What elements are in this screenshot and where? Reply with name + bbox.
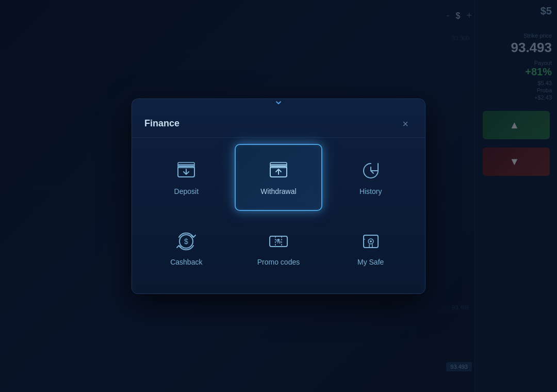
finance-menu-withdrawal[interactable]: Withdrawal [235,144,323,211]
finance-modal: ⌄ Finance × Deposit [132,99,425,294]
svg-rect-17 [178,162,194,166]
withdrawal-icon [267,159,290,182]
finance-menu-promo[interactable]: % Promo codes [235,215,323,281]
finance-menu-cashback[interactable]: $ Cashback [142,215,231,281]
my-safe-label: My Safe [357,258,384,266]
svg-text:$: $ [184,237,188,246]
deposit-icon [175,159,198,182]
modal-backdrop: ⌄ Finance × Deposit [0,0,557,392]
promo-codes-label: Promo codes [257,258,300,266]
finance-menu-history[interactable]: History [326,144,415,211]
svg-point-30 [370,240,372,242]
chevron-down-icon: ⌄ [273,93,284,107]
cashback-label: Cashback [170,258,202,266]
cashback-icon: $ [175,230,198,253]
finance-menu-safe[interactable]: My Safe [326,215,415,281]
svg-point-27 [277,239,280,241]
my-safe-icon [359,230,382,253]
finance-menu-deposit[interactable]: Deposit [142,144,231,211]
history-icon [359,159,382,182]
modal-title: Finance [144,118,179,129]
deposit-label: Deposit [174,187,199,195]
modal-close-button[interactable]: × [398,117,413,131]
modal-header: Finance × [132,107,425,138]
finance-menu-grid: Deposit Withdrawal History [132,138,425,283]
withdrawal-label: Withdrawal [260,187,296,195]
history-label: History [359,187,382,195]
svg-rect-20 [270,162,287,166]
promo-codes-icon: % [267,230,290,253]
